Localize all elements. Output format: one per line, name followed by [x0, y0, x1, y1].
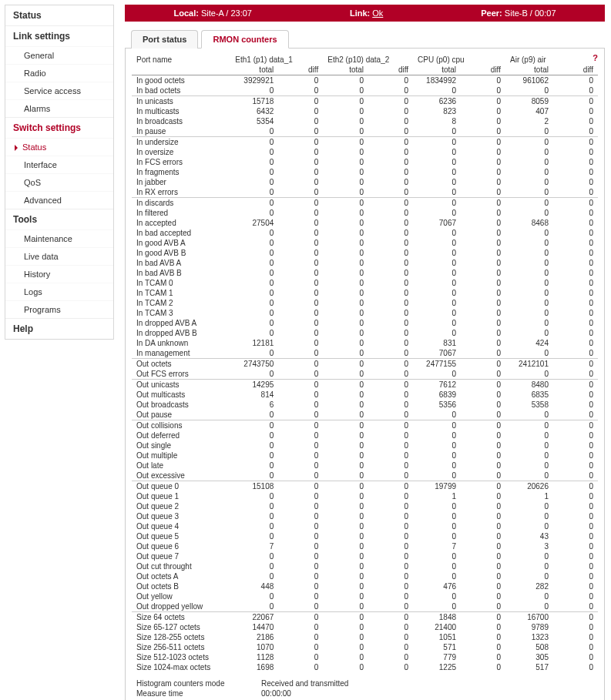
counter-value: 0 — [505, 318, 553, 328]
counter-value: 0 — [553, 208, 598, 218]
sidebar-heading[interactable]: Switch settings — [5, 117, 113, 138]
sidebar-item[interactable]: History — [5, 265, 113, 283]
counter-value: 0 — [230, 461, 278, 471]
counter-value: 0 — [461, 471, 505, 481]
counter-value: 0 — [278, 208, 323, 218]
counter-value: 407 — [505, 106, 553, 116]
counter-value: 0 — [461, 106, 505, 116]
counter-value: 0 — [278, 390, 323, 400]
counter-value: 8059 — [505, 96, 553, 106]
counter-value: 8 — [413, 116, 461, 126]
sidebar-item[interactable]: General — [5, 46, 113, 64]
counter-value: 0 — [553, 308, 598, 318]
counter-value: 0 — [413, 177, 461, 187]
sidebar-item[interactable]: Programs — [5, 300, 113, 318]
counter-value: 0 — [323, 571, 368, 581]
counter-value: 0 — [368, 177, 413, 187]
counter-value: 0 — [461, 308, 505, 318]
counter-value: 0 — [505, 187, 553, 198]
counter-value: 0 — [461, 430, 505, 440]
counter-value: 2 — [505, 116, 553, 126]
sidebar-item[interactable]: Maintenance — [5, 229, 113, 247]
counter-value: 0 — [413, 258, 461, 268]
counter-value: 0 — [553, 571, 598, 581]
counter-value: 2186 — [230, 632, 278, 642]
counter-label: In TCAM 3 — [132, 308, 230, 318]
counter-value: 0 — [461, 551, 505, 561]
counter-value: 0 — [230, 328, 278, 338]
tab[interactable]: Port status — [131, 30, 198, 49]
counter-value: 0 — [553, 106, 598, 116]
counter-label: In TCAM 2 — [132, 298, 230, 308]
counter-value: 0 — [323, 75, 368, 86]
counter-value: 0 — [553, 491, 598, 501]
counter-value: 0 — [461, 642, 505, 652]
sidebar-heading[interactable]: Tools — [5, 209, 113, 229]
counter-value: 0 — [413, 501, 461, 511]
tab[interactable]: RMON counters — [201, 30, 288, 49]
sidebar-item[interactable]: Alarms — [5, 99, 113, 117]
counter-value: 0 — [368, 106, 413, 116]
counter-value: 0 — [461, 228, 505, 238]
help-icon[interactable]: ? — [593, 53, 598, 62]
counter-value: 0 — [553, 471, 598, 481]
link-status-link[interactable]: Ok — [372, 8, 383, 18]
sidebar-item[interactable]: Radio — [5, 64, 113, 82]
counter-value: 0 — [553, 652, 598, 662]
sidebar-item[interactable]: QoS — [5, 173, 113, 191]
counter-value: 0 — [553, 147, 598, 157]
counter-value: 0 — [368, 612, 413, 622]
counter-value: 0 — [553, 591, 598, 601]
counter-value: 0 — [505, 238, 553, 248]
counter-value: 0 — [230, 348, 278, 359]
sidebar-item[interactable]: Interface — [5, 156, 113, 173]
counter-value: 0 — [461, 461, 505, 471]
sidebar-item[interactable]: Advanced — [5, 191, 113, 209]
counter-value: 0 — [461, 157, 505, 167]
counter-value: 0 — [368, 218, 413, 228]
counter-value: 0 — [413, 318, 461, 328]
counter-value: 0 — [461, 521, 505, 531]
counter-value: 0 — [323, 248, 368, 258]
counter-value: 0 — [368, 298, 413, 308]
counter-value: 0 — [230, 198, 278, 208]
counter-value: 0 — [553, 157, 598, 167]
counter-label: Out dropped yellow — [132, 601, 230, 612]
col-total: total — [413, 65, 461, 75]
sidebar-item[interactable]: Service access — [5, 82, 113, 99]
counter-label: Out queue 3 — [132, 511, 230, 521]
counter-value: 0 — [278, 116, 323, 126]
counter-value: 0 — [230, 177, 278, 187]
counter-value: 0 — [368, 278, 413, 288]
counter-value: 0 — [553, 561, 598, 571]
sidebar-heading[interactable]: Help — [5, 318, 113, 339]
counter-value: 0 — [323, 198, 368, 208]
counter-value: 0 — [278, 157, 323, 167]
counter-value: 0 — [278, 440, 323, 450]
counter-value: 0 — [230, 248, 278, 258]
counter-value: 0 — [323, 137, 368, 147]
counter-value: 0 — [413, 420, 461, 430]
sidebar-item[interactable]: Status — [5, 138, 113, 156]
counter-label: Out octets — [132, 359, 230, 369]
counter-value: 2743750 — [230, 359, 278, 369]
counter-value: 0 — [461, 380, 505, 390]
counter-value: 0 — [368, 420, 413, 430]
counter-value: 0 — [505, 601, 553, 612]
counter-value: 0 — [461, 318, 505, 328]
sidebar-item[interactable]: Logs — [5, 283, 113, 300]
sidebar-heading[interactable]: Link settings — [5, 25, 113, 46]
counter-value: 0 — [323, 501, 368, 511]
counter-value: 0 — [278, 106, 323, 116]
counter-value: 0 — [461, 511, 505, 521]
status-bar: Local: Site-A / 23:07 Link: Ok Peer: Sit… — [125, 5, 605, 22]
sidebar-heading[interactable]: Status — [5, 5, 113, 25]
counter-value: 0 — [461, 632, 505, 642]
counter-value: 0 — [505, 147, 553, 157]
counter-value: 0 — [553, 278, 598, 288]
counter-label: In bad AVB B — [132, 268, 230, 278]
counter-value: 6236 — [413, 96, 461, 106]
sidebar-item[interactable]: Live data — [5, 247, 113, 265]
counter-value: 0 — [413, 157, 461, 167]
counter-value: 0 — [278, 491, 323, 501]
